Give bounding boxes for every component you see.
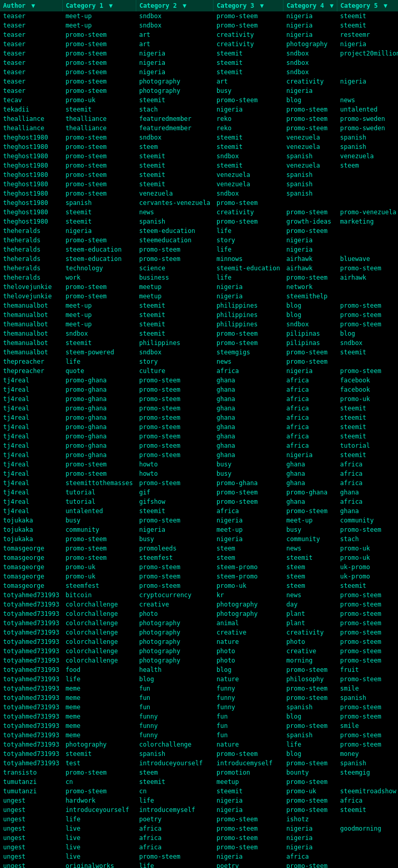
cell-r26-c5: bluewave	[337, 254, 398, 264]
cell-r48-c2: howto	[136, 460, 213, 469]
cell-r33-c4: sndbox	[283, 320, 337, 329]
cell-r69-c0: totyahmed731993	[0, 656, 62, 665]
col-cat5[interactable]: Category 5 ▼	[337, 0, 398, 11]
cell-r45-c1: promo-ghana	[62, 432, 136, 441]
table-row: theheraldssteem-educationpromo-steemlife…	[0, 245, 398, 254]
cell-r34-c0: themanualbot	[0, 329, 62, 338]
cell-r1-c1: meet-up	[62, 21, 136, 30]
table-row: totyahmed731993memefunfunnyspanishpromo-…	[0, 702, 398, 712]
cell-r86-c3: promo-steem	[214, 815, 283, 824]
cell-r4-c4: sndbox	[283, 49, 337, 58]
cell-r52-c4: ghana	[283, 497, 337, 506]
cell-r62-c3: kr	[214, 590, 283, 600]
cell-r60-c2: promo-steem	[136, 572, 213, 581]
cell-r85-c2: introducemyself	[136, 805, 213, 815]
cell-r61-c4: steem	[283, 581, 337, 590]
cell-r70-c2: health	[136, 665, 213, 674]
cell-r76-c0: totyahmed731993	[0, 721, 62, 731]
cell-r30-c0: thelovejunkie	[0, 292, 62, 301]
cell-r57-c0: tomasgeorge	[0, 544, 62, 553]
cell-r55-c4: busy	[283, 525, 337, 534]
col-cat2[interactable]: Category 2 ▼	[136, 0, 213, 11]
cell-r27-c4: airhawk	[283, 264, 337, 273]
cell-r28-c4: promo-steem	[283, 273, 337, 282]
cell-r42-c3: ghana	[214, 404, 283, 413]
cell-r19-c4: spanish	[283, 189, 337, 198]
cell-r9-c4: blog	[283, 95, 337, 105]
table-row: theheraldstechnologysciencesteemit-educa…	[0, 264, 398, 273]
col-cat4[interactable]: Category 4 ▼	[283, 0, 337, 11]
cell-r38-c5: promo-steem	[337, 366, 398, 376]
cell-r87-c1: live	[62, 824, 136, 833]
cell-r87-c2: africa	[136, 824, 213, 833]
cell-r15-c5: venezuela	[337, 151, 398, 161]
cell-r17-c3: venezuela	[214, 170, 283, 180]
cell-r37-c5	[337, 357, 398, 366]
cell-r29-c2: meetup	[136, 282, 213, 292]
cell-r8-c1: promo-steem	[62, 86, 136, 95]
cell-r78-c4: life	[283, 740, 337, 749]
cell-r0-c0: teaser	[0, 11, 62, 21]
col-cat3[interactable]: Category 3 ▼	[214, 0, 283, 11]
cell-r79-c0: totyahmed731993	[0, 749, 62, 759]
table-row: totyahmed731993foodhealthblogpromo-steem…	[0, 665, 398, 674]
cell-r70-c4: promo-steem	[283, 665, 337, 674]
cell-r26-c3: minnows	[214, 254, 283, 264]
cell-r60-c0: tomasgeorge	[0, 572, 62, 581]
cell-r73-c5: spanish	[337, 693, 398, 702]
cell-r64-c3: photography	[214, 609, 283, 618]
cell-r75-c2: funny	[136, 712, 213, 721]
cell-r86-c2: poetry	[136, 815, 213, 824]
cell-r63-c5: promo-steem	[337, 600, 398, 609]
cell-r26-c1: steem-education	[62, 254, 136, 264]
cell-r19-c1: promo-steem	[62, 189, 136, 198]
cell-r13-c0: theghost1980	[0, 133, 62, 142]
cell-r6-c5	[337, 67, 398, 77]
sort-icon-cat2: ▼	[182, 2, 186, 9]
table-row: theghost1980promo-steemvenezuelasndboxsp…	[0, 189, 398, 198]
table-row: tj4realtutorialgifshowpromo-steemghanaaf…	[0, 497, 398, 506]
cell-r4-c5: project20millionnaija	[337, 49, 398, 58]
cell-r54-c4: meet-up	[283, 516, 337, 525]
cell-r88-c5	[337, 833, 398, 843]
cell-r8-c2: photography	[136, 86, 213, 95]
cell-r30-c5	[337, 292, 398, 301]
cell-r26-c2: promo-steem	[136, 254, 213, 264]
table-row: totyahmed731993lifeblognaturephilosophyp…	[0, 674, 398, 684]
table-row: teaserpromo-steemnigeriasteemitsndboxpro…	[0, 49, 398, 58]
table-row: totyahmed731993colorchallengecreativepho…	[0, 600, 398, 609]
cell-r88-c4: nigeria	[283, 833, 337, 843]
cell-r48-c0: tj4real	[0, 460, 62, 469]
cell-r55-c0: tojukaka	[0, 525, 62, 534]
cell-r23-c3: life	[214, 226, 283, 236]
cell-r34-c5: blog	[337, 329, 398, 338]
cell-r7-c1: promo-steem	[62, 77, 136, 86]
cell-r19-c5	[337, 189, 398, 198]
table-row: ungestliveafricapromo-steemnigeriagoodmo…	[0, 824, 398, 833]
cell-r6-c3: steemit	[214, 67, 283, 77]
cell-r16-c2: steemit	[136, 161, 213, 170]
table-row: totyahmed731993bitcoincryptocurrencykrne…	[0, 590, 398, 600]
cell-r6-c0: teaser	[0, 67, 62, 77]
col-cat1[interactable]: Category 1 ▼	[62, 0, 136, 11]
table-row: tj4realsteemittothemassespromo-steemprom…	[0, 478, 398, 488]
cell-r71-c4: philosophy	[283, 674, 337, 684]
cell-r1-c0: teaser	[0, 21, 62, 30]
cell-r64-c5: promo-steem	[337, 609, 398, 618]
cell-r2-c0: teaser	[0, 30, 62, 39]
cell-r82-c4: promo-steem	[283, 777, 337, 787]
cell-r19-c0: theghost1980	[0, 189, 62, 198]
cell-r0-c5: steemit	[337, 11, 398, 21]
cell-r28-c0: theheralds	[0, 273, 62, 282]
cell-r60-c4: steem	[283, 572, 337, 581]
cell-r22-c5: marketing	[337, 217, 398, 226]
col-author[interactable]: Author ▼	[0, 0, 62, 11]
sort-icon-cat4: ▼	[330, 2, 334, 9]
cell-r23-c2: steem-education	[136, 226, 213, 236]
table-row: totyahmed731993colorchallengephotography…	[0, 656, 398, 665]
cell-r25-c0: theheralds	[0, 245, 62, 254]
cell-r42-c2: promo-steem	[136, 404, 213, 413]
cell-r13-c3: steemit	[214, 133, 283, 142]
cell-r71-c2: blog	[136, 674, 213, 684]
cell-r23-c0: theheralds	[0, 226, 62, 236]
